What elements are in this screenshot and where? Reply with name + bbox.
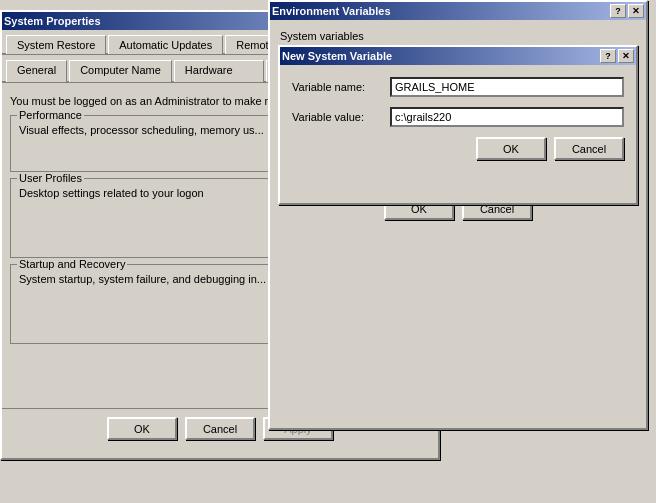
system-properties-title: System Properties (4, 15, 101, 27)
new-sys-var-help-button[interactable]: ? (600, 49, 616, 63)
sys-props-cancel-button[interactable]: Cancel (185, 417, 255, 440)
new-sys-var-title: New System Variable (282, 50, 392, 62)
env-vars-title-text: Environment Variables (272, 5, 391, 17)
system-vars-label: System variables (280, 30, 636, 42)
new-sys-var-dialog: New System Variable ? ✕ Variable name: V… (278, 45, 638, 205)
tab-hardware[interactable]: Hardware (174, 60, 264, 82)
var-name-label: Variable name: (292, 81, 382, 93)
new-sys-var-content: Variable name: Variable value: OK Cancel (280, 65, 636, 172)
var-value-row: Variable value: (292, 107, 624, 127)
tab-general[interactable]: General (6, 60, 67, 82)
user-profiles-label: User Profiles (17, 172, 84, 184)
new-sys-var-ok-button[interactable]: OK (476, 137, 546, 160)
new-sys-var-close-button[interactable]: ✕ (618, 49, 634, 63)
startup-recovery-label: Startup and Recovery (17, 258, 127, 270)
env-vars-close-button[interactable]: ✕ (628, 4, 644, 18)
env-vars-help-button[interactable]: ? (610, 4, 626, 18)
new-sys-var-title-buttons: ? ✕ (600, 49, 634, 63)
tab-computer-name[interactable]: Computer Name (69, 60, 172, 82)
sys-props-ok-button[interactable]: OK (107, 417, 177, 440)
new-sys-var-title-text: New System Variable (282, 50, 392, 62)
new-sys-var-title-bar: New System Variable ? ✕ (280, 47, 636, 65)
env-vars-title-buttons: ? ✕ (610, 4, 644, 18)
var-value-input[interactable] (390, 107, 624, 127)
var-name-row: Variable name: (292, 77, 624, 97)
env-vars-title: Environment Variables (272, 5, 391, 17)
tab-system-restore[interactable]: System Restore (6, 35, 106, 54)
var-name-input[interactable] (390, 77, 624, 97)
env-vars-title-bar: Environment Variables ? ✕ (270, 2, 646, 20)
tab-automatic-updates[interactable]: Automatic Updates (108, 35, 223, 54)
var-value-label: Variable value: (292, 111, 382, 123)
new-sys-var-cancel-button[interactable]: Cancel (554, 137, 624, 160)
new-sys-var-buttons: OK Cancel (292, 137, 624, 160)
title-bar-text: System Properties (4, 15, 101, 27)
performance-label: Performance (17, 109, 84, 121)
